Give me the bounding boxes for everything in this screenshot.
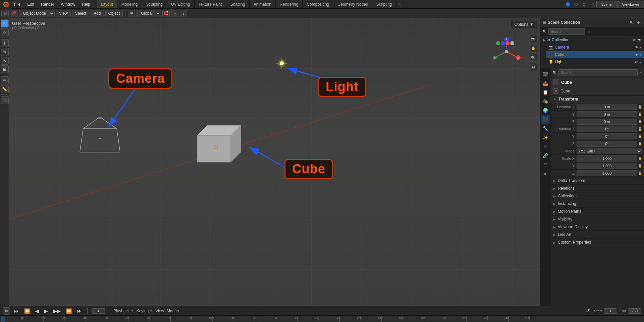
visibility-eye-icon[interactable]: 👁 xyxy=(633,38,636,42)
scale-y-lock-icon[interactable]: 🔒 xyxy=(638,164,642,168)
view-layer-name[interactable]: ViewLayer xyxy=(617,1,644,8)
view-layer-props-icon[interactable]: 📋 xyxy=(541,88,550,96)
jump-start-button[interactable]: ⏮ xyxy=(13,308,20,314)
world-props-icon[interactable]: 🌍 xyxy=(541,106,550,115)
viewport-shading-icon[interactable]: ⬡ xyxy=(572,1,580,8)
transform-orientation-select[interactable]: Global xyxy=(137,10,161,17)
scale-x-input[interactable] xyxy=(577,155,637,162)
play-next-button[interactable]: ▶▶ xyxy=(52,308,62,314)
rotation-z-input[interactable] xyxy=(577,141,637,147)
object-mode-select[interactable]: Object Mode xyxy=(19,10,55,17)
tab-sculpting[interactable]: Sculpting xyxy=(142,0,167,8)
transform-pivot-icon[interactable]: ⊕ xyxy=(128,10,135,17)
rotation-mode-select[interactable]: XYZ Euler xyxy=(577,148,642,154)
camera-visibility-icon[interactable]: 👁 xyxy=(635,46,638,49)
object-menu-btn[interactable]: Object xyxy=(105,10,123,17)
output-props-icon[interactable]: 📤 xyxy=(541,79,550,87)
render-engine-icon[interactable]: 🔵 xyxy=(564,1,572,8)
timeline-editor-type-icon[interactable]: ⊞ xyxy=(3,307,10,315)
menu-edit[interactable]: Edit xyxy=(24,0,38,8)
props-filter-icon[interactable]: ✕ xyxy=(639,71,642,75)
outliner-search-input[interactable] xyxy=(548,28,585,35)
view-menu-btn[interactable]: View xyxy=(56,10,71,17)
material-props-icon[interactable]: ● xyxy=(541,169,550,178)
viewport-display-section[interactable]: ▶ Viewport Display xyxy=(550,223,644,231)
tool-annotate[interactable]: ✏ xyxy=(1,76,9,84)
blender-logo[interactable] xyxy=(1,0,11,9)
data-props-icon[interactable]: ▽ xyxy=(541,160,550,169)
visibility-section[interactable]: ▶ Visibility xyxy=(550,215,644,223)
tool-rotate[interactable]: ↻ xyxy=(1,48,9,56)
tool-select[interactable]: ↖ xyxy=(1,19,9,27)
scale-y-input[interactable] xyxy=(577,163,637,169)
menu-help[interactable]: Help xyxy=(78,0,94,8)
cube-visibility-icon[interactable]: 👁 xyxy=(635,53,638,57)
select-menu-btn[interactable]: Select xyxy=(72,10,89,17)
tool-transform[interactable]: ⊞ xyxy=(1,65,9,73)
outliner-item-collection[interactable]: ▶ 🗂 Collection 👁 📷 xyxy=(540,36,644,44)
outliner-item-light[interactable]: 💡 Light 👁 ● xyxy=(546,58,644,66)
relations-section[interactable]: ▶ Relations xyxy=(550,185,644,192)
scale-z-lock-icon[interactable]: 🔒 xyxy=(638,171,642,175)
transform-section-header[interactable]: ▼ Transform xyxy=(550,95,644,103)
constraints-props-icon[interactable]: 🔗 xyxy=(541,151,550,160)
motion-paths-section[interactable]: ▶ Motion Paths xyxy=(550,208,644,215)
custom-properties-section[interactable]: ▶ Custom Properties xyxy=(550,239,644,246)
tab-uv-editing[interactable]: UV Editing xyxy=(167,0,195,8)
keying-tab[interactable]: Keying ▼ xyxy=(137,309,153,313)
tab-geometry-nodes[interactable]: Geometry Nodes xyxy=(333,0,372,8)
scene-props-icon[interactable]: 🎭 xyxy=(541,97,550,106)
menu-window[interactable]: Window xyxy=(57,0,78,8)
view-tab[interactable]: View xyxy=(155,309,164,313)
proportional-edit-icon[interactable]: ○ xyxy=(171,10,178,17)
pan-icon[interactable]: ✋ xyxy=(529,44,537,52)
tool-move[interactable]: ✛ xyxy=(1,39,9,47)
xray-icon[interactable]: ◫ xyxy=(588,1,596,8)
snapping-icon[interactable]: 🧲 xyxy=(162,10,170,17)
menu-render[interactable]: Render xyxy=(38,0,57,8)
current-frame-input[interactable] xyxy=(92,308,105,314)
rotation-z-lock-icon[interactable]: 🔒 xyxy=(638,142,642,145)
outliner-filter-icon[interactable]: 🔍 xyxy=(629,19,635,25)
render-eye-icon[interactable]: 📷 xyxy=(637,38,641,42)
tab-modeling[interactable]: Modeling xyxy=(117,0,142,8)
rotation-x-input[interactable] xyxy=(577,126,637,132)
tool-scale[interactable]: ⤡ xyxy=(1,57,9,65)
local-view-icon[interactable]: ⊡ xyxy=(529,63,537,71)
timeline-ruler[interactable]: 1 10 20 30 40 50 60 70 80 90 100 110 120… xyxy=(0,316,644,322)
instancing-section[interactable]: ▶ Instancing xyxy=(550,200,644,208)
physics-props-icon[interactable]: ⚛ xyxy=(541,142,550,151)
object-name-display[interactable]: Cube xyxy=(561,80,572,85)
tab-shading[interactable]: Shading xyxy=(226,0,250,8)
marker-tab[interactable]: Marker xyxy=(167,309,179,313)
overlays-icon[interactable]: ⊙ xyxy=(580,1,588,8)
play-prev-button[interactable]: ◀ xyxy=(34,308,40,314)
outliner-options-icon[interactable]: ⚙ xyxy=(635,19,641,25)
tab-rendering[interactable]: Rendering xyxy=(276,0,303,8)
render-props-icon[interactable]: 🎬 xyxy=(541,70,550,78)
outliner-item-camera[interactable]: 📷 Camera 👁 ● xyxy=(546,44,644,51)
rotation-y-lock-icon[interactable]: 🔒 xyxy=(638,134,642,138)
light-visibility-icon[interactable]: 👁 xyxy=(635,60,638,64)
tool-cursor[interactable]: ⊹ xyxy=(1,28,9,36)
tab-layout[interactable]: Layout xyxy=(97,0,117,8)
modifier-props-icon[interactable]: 🔧 xyxy=(541,124,550,133)
location-z-lock-icon[interactable]: 🔒 xyxy=(638,120,642,123)
tab-texture-paint[interactable]: Texture Paint xyxy=(195,0,226,8)
collections-section[interactable]: ▶ Collections xyxy=(550,192,644,200)
loop-icon[interactable]: ⏱ xyxy=(585,309,592,313)
location-y-lock-icon[interactable]: 🔒 xyxy=(638,112,642,116)
tool-add-cube[interactable]: ⬛ xyxy=(1,96,9,104)
tab-compositing[interactable]: Compositing xyxy=(303,0,333,8)
viewport-3d[interactable]: User Perspective (1) Collection | Cube O… xyxy=(9,18,540,306)
location-x-input[interactable] xyxy=(577,104,637,110)
add-menu-btn[interactable]: Add xyxy=(91,10,104,17)
start-frame-input[interactable] xyxy=(604,308,617,314)
tab-animation[interactable]: Animation xyxy=(250,0,276,8)
viewport-gizmo[interactable]: Z X Y xyxy=(491,37,522,67)
scale-x-lock-icon[interactable]: 🔒 xyxy=(638,156,642,160)
menu-file[interactable]: File xyxy=(11,0,24,8)
rotation-x-lock-icon[interactable]: 🔒 xyxy=(638,127,642,131)
end-frame-input[interactable] xyxy=(628,308,641,314)
zoom-camera-icon[interactable]: 📷 xyxy=(529,35,537,43)
